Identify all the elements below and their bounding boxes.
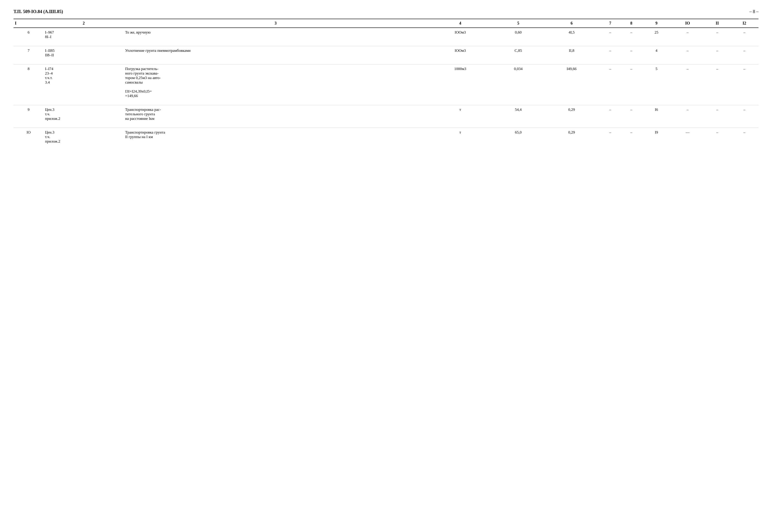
cell-row2-col3: Уплотнение грунта пневмотрамбовками <box>124 46 427 60</box>
col-header-3: 3 <box>124 19 427 28</box>
cell-row5-col11: – <box>704 128 730 146</box>
header-left: Т.П. 509-IO.84 (А.ШI.85) <box>14 9 63 14</box>
header-center: – 8 – <box>749 9 758 14</box>
cell-row2-col2: I–II85II8–II <box>43 46 123 60</box>
cell-row1-col12: – <box>730 28 758 41</box>
cell-row3-col7: – <box>600 64 621 101</box>
cell-row2-col7: – <box>600 46 621 60</box>
cell-row5-col12: – <box>730 128 758 146</box>
cell-row1-col10: – <box>671 28 704 41</box>
cell-row4-col6: 0,29 <box>543 105 600 123</box>
cell-row2-col10: – <box>671 46 704 60</box>
cell-row1-col7: – <box>600 28 621 41</box>
cell-row4-col2: Цен.3т.ч.прилож.2 <box>43 105 123 123</box>
cell-row2-col5: С,85 <box>493 46 543 60</box>
cell-row3-col5: 0,034 <box>493 64 543 101</box>
table-header-row: I 2 3 4 5 6 7 8 9 IO II I2 <box>14 19 758 28</box>
cell-row3-col9: 5 <box>642 64 671 101</box>
cell-row1-col9: 25 <box>642 28 671 41</box>
table-row: 9Цен.3т.ч.прилож.2Транспортировка рас-ти… <box>14 105 758 123</box>
cell-row3-col2: I–I7423–4т.ч.т.3.4 <box>43 64 123 101</box>
cell-row2-col9: 4 <box>642 46 671 60</box>
col-header-9: 9 <box>642 19 671 28</box>
page-header: Т.П. 509-IO.84 (А.ШI.85) – 8 – <box>14 9 758 14</box>
col-header-11: II <box>704 19 730 28</box>
cell-row5-col9: I9 <box>642 128 671 146</box>
table-row: IOЦен.3т.ч.прилож.2Транспортировка грунт… <box>14 128 758 146</box>
main-table: I 2 3 4 5 6 7 8 9 IO II I2 6I–9678I–IТо … <box>14 19 758 150</box>
col-header-8: 8 <box>621 19 642 28</box>
cell-row5-col6: 0,29 <box>543 128 600 146</box>
cell-row1-col8: – <box>621 28 642 41</box>
cell-row4-col3: Транспортировка рас-тительного грунтана … <box>124 105 427 123</box>
cell-row4-col1: 9 <box>14 105 43 123</box>
cell-row5-col10: — <box>671 128 704 146</box>
cell-row5-col5: 65,0 <box>493 128 543 146</box>
spacer-row <box>14 100 758 105</box>
cell-row3-col1: 8 <box>14 64 43 101</box>
cell-row2-col11: – <box>704 46 730 60</box>
spacer-row <box>14 146 758 150</box>
cell-row4-col12: – <box>730 105 758 123</box>
cell-row5-col8: – <box>621 128 642 146</box>
cell-row1-col4: IOOм3 <box>427 28 493 41</box>
col-header-5: 5 <box>493 19 543 28</box>
main-table-container: I 2 3 4 5 6 7 8 9 IO II I2 6I–9678I–IТо … <box>14 19 758 150</box>
spacer-row <box>14 41 758 46</box>
cell-row1-col5: 0,60 <box>493 28 543 41</box>
cell-row4-col11: – <box>704 105 730 123</box>
cell-row3-col10: – <box>671 64 704 101</box>
cell-row3-col8: – <box>621 64 642 101</box>
cell-row2-col12: – <box>730 46 758 60</box>
col-header-10: IO <box>671 19 704 28</box>
cell-row1-col1: 6 <box>14 28 43 41</box>
cell-row3-col6: I49,66 <box>543 64 600 101</box>
cell-row1-col2: I–9678I–I <box>43 28 123 41</box>
cell-row5-col7: – <box>600 128 621 146</box>
spacer-row <box>14 60 758 64</box>
cell-row3-col11: – <box>704 64 730 101</box>
cell-row4-col9: I6 <box>642 105 671 123</box>
cell-row2-col6: II,8 <box>543 46 600 60</box>
table-row: 7I–II85II8–IIУплотнение грунта пневмотра… <box>14 46 758 60</box>
cell-row3-col4: 1000м3 <box>427 64 493 101</box>
cell-row2-col8: – <box>621 46 642 60</box>
cell-row4-col7: – <box>600 105 621 123</box>
cell-row5-col4: т <box>427 128 493 146</box>
cell-row3-col3: Погрузка раститель-ного грунта экскава-т… <box>124 64 427 101</box>
cell-row2-col1: 7 <box>14 46 43 60</box>
table-row: 8I–I7423–4т.ч.т.3.4Погрузка раститель-но… <box>14 64 758 101</box>
col-header-2: 2 <box>43 19 123 28</box>
cell-row5-col1: IO <box>14 128 43 146</box>
cell-row1-col3: То же, вручную <box>124 28 427 41</box>
cell-row1-col6: 4I,5 <box>543 28 600 41</box>
col-header-12: I2 <box>730 19 758 28</box>
cell-row4-col10: – <box>671 105 704 123</box>
cell-row3-col12: – <box>730 64 758 101</box>
cell-row4-col4: т <box>427 105 493 123</box>
spacer-row <box>14 123 758 128</box>
col-header-7: 7 <box>600 19 621 28</box>
col-header-4: 4 <box>427 19 493 28</box>
col-header-6: 6 <box>543 19 600 28</box>
col-header-1: I <box>14 19 43 28</box>
table-row: 6I–9678I–IТо же, вручнуюIOOм30,604I,5––2… <box>14 28 758 41</box>
cell-row4-col5: 54,4 <box>493 105 543 123</box>
cell-row5-col3: Транспортировка грунтаII группы на I км <box>124 128 427 146</box>
cell-row2-col4: IOOм3 <box>427 46 493 60</box>
cell-row4-col8: – <box>621 105 642 123</box>
cell-row5-col2: Цен.3т.ч.прилож.2 <box>43 128 123 146</box>
cell-row1-col11: – <box>704 28 730 41</box>
